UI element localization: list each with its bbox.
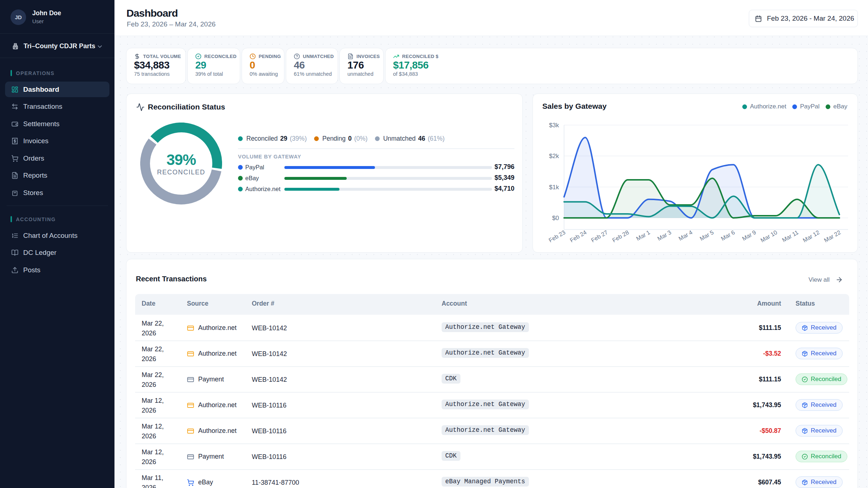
svg-text:Mar 3: Mar 3 <box>656 229 672 242</box>
svg-text:Mar 4: Mar 4 <box>677 229 693 242</box>
svg-text:Mar 9: Mar 9 <box>741 229 757 242</box>
svg-text:$2k: $2k <box>549 153 559 160</box>
svg-text:Mar 10: Mar 10 <box>759 229 778 244</box>
svg-text:Feb 27: Feb 27 <box>590 229 609 244</box>
svg-text:Mar 6: Mar 6 <box>720 229 736 242</box>
svg-text:Mar 5: Mar 5 <box>699 229 715 242</box>
svg-text:Mar 22: Mar 22 <box>823 229 842 244</box>
svg-text:Mar 12: Mar 12 <box>802 229 821 244</box>
svg-text:Mar 11: Mar 11 <box>781 229 800 243</box>
svg-text:Feb 28: Feb 28 <box>611 229 630 244</box>
svg-text:$1k: $1k <box>549 184 559 191</box>
svg-text:Feb 23: Feb 23 <box>548 229 567 244</box>
svg-text:$3k: $3k <box>549 122 559 129</box>
svg-text:Mar 1: Mar 1 <box>635 229 651 242</box>
svg-text:Feb 24: Feb 24 <box>569 229 588 244</box>
svg-text:$0: $0 <box>552 215 559 222</box>
